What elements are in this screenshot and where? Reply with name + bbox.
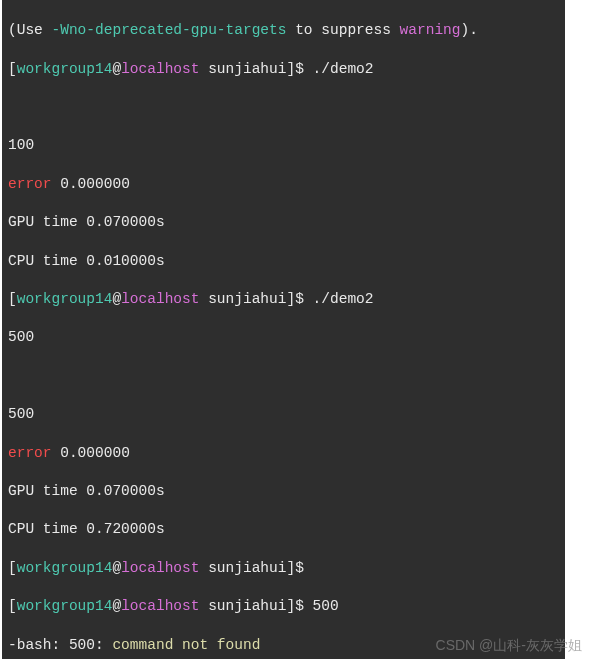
prompt-line: [workgroup14@localhost sunjiahui]$ 500 [8,597,559,616]
blank-line [8,98,559,117]
command-text: ./demo2 [313,291,374,307]
error-line: error 0.000000 [8,444,559,463]
prompt-line: [workgroup14@localhost sunjiahui]$ ./dem… [8,60,559,79]
warning-line: (Use -Wno-deprecated-gpu-targets to supp… [8,21,559,40]
blank-line [8,367,559,386]
cpu-time-line: CPU time 0.720000s [8,520,559,539]
command-text: 500 [313,598,339,614]
gpu-time-line: GPU time 0.070000s [8,482,559,501]
input-value: 500 [8,328,559,347]
gpu-time-line: GPU time 0.070000s [8,213,559,232]
flag-text: -Wno-deprecated-gpu-targets [52,22,287,38]
error-line: error 0.000000 [8,175,559,194]
bash-error-line: -bash: 500: command not found [8,636,559,655]
output-value: 500 [8,405,559,424]
warning-word: warning [400,22,461,38]
output-value: 100 [8,136,559,155]
command-text: ./demo2 [313,61,374,77]
prompt-line: [workgroup14@localhost sunjiahui]$ [8,559,559,578]
terminal-output: (Use -Wno-deprecated-gpu-targets to supp… [0,0,565,659]
cpu-time-line: CPU time 0.010000s [8,252,559,271]
prompt-line: [workgroup14@localhost sunjiahui]$ ./dem… [8,290,559,309]
